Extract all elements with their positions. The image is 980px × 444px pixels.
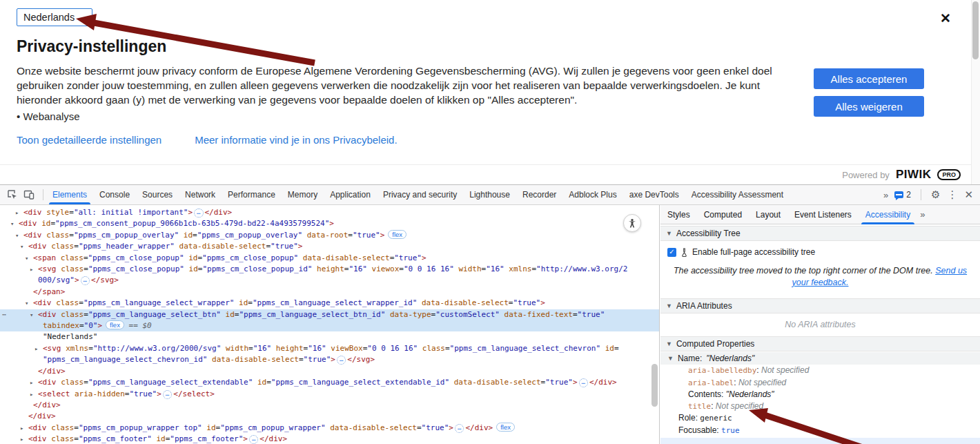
language-selector[interactable]: Nederlands ⌄ [17, 8, 92, 26]
dom-node-row[interactable]: </span> [0, 287, 659, 298]
devtools-tab-performance[interactable]: Performance [222, 185, 282, 204]
dom-node-row[interactable]: ▸<div class="ppms_cm_language_select_ext… [0, 377, 659, 388]
dom-node-row[interactable]: </div> [0, 411, 659, 422]
sidebar-tab-layout[interactable]: Layout [749, 205, 787, 224]
dom-node-row[interactable]: ▾<div class="ppms_header_wrapper" data-d… [0, 241, 659, 252]
dom-node-row[interactable]: 000/svg">…</svg> [0, 275, 659, 286]
expand-ellipsis-button[interactable]: … [455, 424, 464, 433]
dom-node-row[interactable]: "Nederlands" [0, 331, 659, 342]
devtools-tab-elements[interactable]: Elements [46, 185, 93, 204]
devtools-tab-network[interactable]: Network [179, 185, 222, 204]
issues-counter[interactable]: 2 [894, 190, 911, 200]
twisty-icon[interactable]: ▾ [25, 253, 33, 264]
banner-close-icon[interactable]: ✕ [940, 10, 951, 26]
dom-node-row[interactable]: </div> [0, 400, 659, 411]
twisty-icon[interactable]: ▸ [35, 343, 43, 354]
inspect-element-icon[interactable] [6, 188, 19, 202]
devtools-tab-memory[interactable]: Memory [282, 185, 324, 204]
twisty-icon[interactable]: ▸ [15, 207, 23, 218]
banner-body-text: Onze website beschermt jouw privacy conf… [17, 64, 800, 107]
sidebar-tab-event-listeners[interactable]: Event Listeners [787, 205, 859, 224]
twisty-icon[interactable]: ▾ [10, 218, 19, 229]
dom-node-row[interactable]: ▸<div class="ppms_cm_footer" id="ppms_cm… [0, 434, 659, 444]
dom-node-row[interactable]: ⋯▾<div class="ppms_cm_language_select_bt… [0, 309, 659, 320]
elements-scrollbar-thumb[interactable] [651, 364, 658, 407]
deny-all-button[interactable]: Alles weigeren [814, 96, 924, 117]
dom-node-row[interactable]: ▾<div class="ppms_cm_language_select_wra… [0, 298, 659, 309]
devtools-tab-adblock-plus[interactable]: Adblock Plus [562, 185, 623, 204]
link-privacy-policy[interactable]: Meer informatie vind je in ons Privacybe… [195, 134, 397, 146]
flex-badge[interactable]: flex [496, 423, 515, 432]
sidebar-tab-accessibility[interactable]: Accessibility [859, 205, 917, 224]
expand-ellipsis-button[interactable]: … [163, 390, 172, 399]
page-scrollbar-thumb[interactable] [972, 1, 979, 59]
code-token: "16" [349, 264, 371, 273]
checkbox-checked-icon[interactable]: ✓ [667, 248, 676, 257]
twisty-icon[interactable]: ▾ [15, 230, 23, 241]
dom-node-row[interactable]: ▾<div id="ppms_cm_consent_popup_9066b1cb… [0, 218, 659, 229]
code-token: id [226, 310, 235, 319]
twisty-icon[interactable]: ▸ [30, 377, 38, 388]
devtools-tab-axe-devtools[interactable]: axe DevTools [623, 185, 685, 204]
twisty-icon[interactable]: ▾ [20, 241, 28, 252]
computed-name-row[interactable]: ▼ Name: "Nederlands" [660, 352, 980, 365]
expand-ellipsis-button[interactable]: … [337, 356, 346, 365]
expand-ellipsis-button[interactable]: … [579, 378, 588, 387]
code-token: "ppms_cm_popup_overlay" [197, 231, 307, 240]
twisty-icon[interactable]: ▸ [30, 264, 38, 275]
devtools-tab-privacy-and-security[interactable]: Privacy and security [377, 185, 463, 204]
code-token: "http://www.w3.org/2 [536, 264, 627, 273]
sidebar-tab-styles[interactable]: Styles [660, 205, 697, 224]
dom-node-row[interactable]: </div> [0, 366, 659, 377]
dom-node-row[interactable]: ▸<div class="ppms_cm_popup_wrapper top" … [0, 423, 659, 434]
twisty-icon[interactable]: ▸ [20, 434, 28, 444]
more-tabs-icon[interactable]: » [883, 190, 888, 200]
enable-fullpage-a11y-checkbox-row[interactable]: ✓ Enable full-page accessibility tree [660, 241, 980, 262]
sidebar-bottom-strip [660, 438, 980, 444]
sidebar-more-tabs-icon[interactable]: » [917, 209, 924, 220]
twisty-icon[interactable]: ▸ [30, 389, 38, 400]
devtools-tab-accessibility-assessment[interactable]: Accessibility Assessment [685, 185, 790, 204]
code-token: "ppms_cm_close_popup_id" [202, 264, 317, 273]
dom-node-row[interactable]: tabindex="0">flex == $0 [0, 320, 659, 331]
dom-node-row[interactable]: "ppms_cm_language_select_chevron_id" dat… [0, 354, 659, 365]
code-token: </div> [205, 208, 233, 217]
expand-ellipsis-button[interactable]: … [249, 435, 258, 444]
dom-node-row[interactable]: ▸<select aria-hidden="true">…</select> [0, 389, 659, 400]
twisty-icon[interactable]: ▸ [20, 423, 28, 434]
flex-badge[interactable]: flex [106, 320, 124, 329]
expand-ellipsis-button[interactable]: … [194, 209, 203, 218]
link-detailed-settings[interactable]: Toon gedetailleerde instellingen [17, 134, 161, 146]
kebab-menu-icon[interactable]: ⋮ [947, 189, 957, 201]
flex-badge[interactable]: flex [388, 230, 406, 239]
expand-ellipsis-button[interactable]: … [81, 276, 90, 285]
accessibility-person-icon[interactable] [623, 214, 641, 232]
dom-node-row[interactable]: ▾<span class="ppms_cm_close_popup" id="p… [0, 253, 659, 264]
twisty-icon[interactable]: ▾ [25, 298, 33, 309]
dom-node-row[interactable]: ▸<svg xmlns="http://www.w3.org/2000/svg"… [0, 343, 659, 354]
section-aria-attributes[interactable]: ▼ ARIA Attributes [660, 298, 980, 313]
accept-all-button[interactable]: Alles accepteren [814, 68, 924, 89]
code-token: > [329, 219, 334, 228]
code-token: "true" [578, 310, 605, 319]
devtools-tab-lighthouse[interactable]: Lighthouse [463, 185, 516, 204]
code-token: "ppms_cm_language_select_btn" [88, 310, 226, 319]
devtools-tab-application[interactable]: Application [324, 185, 377, 204]
issues-bubble-icon [894, 191, 903, 198]
section-accessibility-tree[interactable]: ▼ Accessibility Tree [660, 226, 980, 241]
sidebar-tab-computed[interactable]: Computed [697, 205, 749, 224]
section-computed-properties[interactable]: ▼ Computed Properties [660, 336, 980, 351]
dom-node-row[interactable]: ▸<svg class="ppms_cm_close_popup" id="pp… [0, 264, 659, 275]
devtools-tab-console[interactable]: Console [93, 185, 136, 204]
devtools-close-icon[interactable]: ✕ [964, 189, 973, 201]
code-token: = [266, 378, 271, 387]
devtools-tab-recorder[interactable]: Recorder [516, 185, 562, 204]
page-scrollbar[interactable] [971, 0, 980, 184]
twisty-icon[interactable]: ▾ [30, 309, 38, 320]
devtools-tab-sources[interactable]: Sources [136, 185, 179, 204]
no-aria-attributes-note: No ARIA attributes [660, 313, 980, 336]
settings-gear-icon[interactable]: ⚙ [931, 189, 940, 201]
dom-node-row[interactable]: ▾<div class="ppms_cm_popup_overlay" id="… [0, 230, 659, 241]
device-toolbar-icon[interactable] [22, 188, 36, 202]
dom-node-row[interactable]: ▸<div style="all: initial !important">…<… [0, 207, 659, 218]
